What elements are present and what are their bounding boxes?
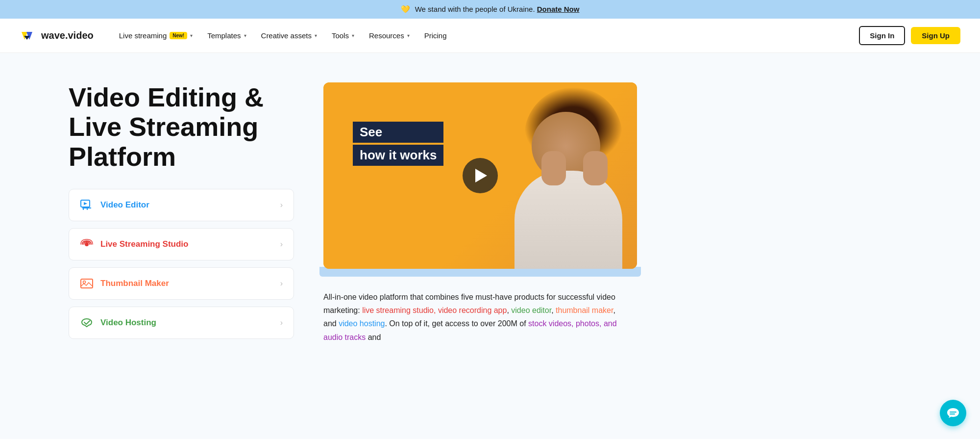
chat-icon	[946, 406, 960, 420]
nav-item-live-streaming[interactable]: Live streaming New! ▾	[113, 27, 198, 44]
nav-chevron-creative-assets: ▾	[315, 33, 317, 38]
hand-right	[541, 151, 566, 185]
see-how-badge: See how it works	[353, 122, 443, 166]
description-text: All-in-one video platform that combines …	[323, 290, 627, 344]
nav-item-pricing[interactable]: Pricing	[418, 27, 453, 44]
video-hosting-icon	[80, 316, 94, 330]
nav-item-resources[interactable]: Resources ▾	[363, 27, 416, 44]
badge-line-1: See	[353, 122, 443, 143]
nav-item-tools[interactable]: Tools ▾	[326, 27, 360, 44]
nav-label-resources: Resources	[369, 31, 404, 40]
feature-item-thumbnail-maker[interactable]: Thumbnail Maker ›	[69, 267, 294, 300]
desc-comma2: ,	[551, 306, 556, 314]
svg-rect-10	[81, 279, 93, 288]
nav-label-tools: Tools	[332, 31, 349, 40]
nav-label-live-streaming: Live streaming	[119, 31, 167, 40]
nav-chevron-live-streaming: ▾	[190, 33, 193, 38]
signin-button[interactable]: Sign In	[859, 26, 905, 45]
feature-chevron-video-hosting: ›	[280, 318, 283, 327]
logo[interactable]: wave.video	[20, 29, 94, 43]
nav-label-creative-assets: Creative assets	[261, 31, 312, 40]
video-section: See how it works	[323, 82, 637, 277]
nav-actions: Sign In Sign Up	[859, 26, 960, 45]
desc-outro: . On top of it, get access to over 200M …	[385, 319, 528, 328]
signup-button[interactable]: Sign Up	[911, 27, 960, 44]
feature-chevron-video-editor: ›	[280, 201, 283, 209]
nav-links: Live streaming New! ▾ Templates ▾ Creati…	[113, 27, 859, 44]
feature-list: Video Editor › Live Streaming Stud	[69, 189, 294, 339]
nav-badge-new: New!	[170, 32, 187, 39]
main-content: Video Editing & Live Streaming Platform	[0, 53, 980, 439]
hand-left	[583, 151, 608, 185]
feature-left-video-editor: Video Editor	[80, 198, 149, 212]
nav-item-templates[interactable]: Templates ▾	[201, 27, 252, 44]
nav-label-pricing: Pricing	[424, 31, 447, 40]
svg-point-11	[83, 281, 86, 284]
banner-text: We stand with the people of Ukraine.	[415, 5, 535, 13]
svg-marker-8	[84, 202, 87, 205]
desc-end: and	[366, 333, 381, 341]
feature-label-video-hosting: Video Hosting	[100, 318, 156, 328]
body-shape	[514, 171, 622, 269]
live-streaming-icon	[80, 237, 94, 251]
feature-left-video-hosting: Video Hosting	[80, 316, 156, 330]
desc-link-thumbnail[interactable]: thumbnail maker	[556, 306, 613, 314]
thumbnail-maker-icon	[80, 277, 94, 290]
feature-chevron-live-streaming: ›	[280, 240, 283, 249]
feature-left-thumbnail-maker: Thumbnail Maker	[80, 277, 169, 290]
banner-emoji: 💛	[401, 5, 410, 13]
feature-label-thumbnail-maker: Thumbnail Maker	[100, 279, 169, 288]
hero-title: Video Editing & Live Streaming Platform	[69, 82, 294, 171]
feature-item-video-hosting[interactable]: Video Hosting ›	[69, 307, 294, 339]
nav-label-templates: Templates	[207, 31, 241, 40]
video-editor-icon	[80, 198, 94, 212]
logo-text: wave.video	[41, 30, 94, 41]
right-column: See how it works All-in-one video platfo…	[323, 82, 941, 344]
left-column: Video Editing & Live Streaming Platform	[69, 82, 294, 339]
donate-link[interactable]: Donate Now	[537, 5, 580, 13]
nav-chevron-resources: ▾	[407, 33, 410, 38]
nav-item-creative-assets[interactable]: Creative assets ▾	[255, 27, 323, 44]
desc-link-editor[interactable]: video editor	[511, 306, 551, 314]
feature-label-video-editor: Video Editor	[100, 200, 149, 210]
ukraine-banner: 💛 We stand with the people of Ukraine. D…	[0, 0, 980, 19]
nav-chevron-templates: ▾	[244, 33, 246, 38]
svg-point-9	[85, 242, 89, 246]
video-bg: See how it works	[323, 82, 637, 269]
logo-icon	[20, 29, 37, 43]
badge-line-2: how it works	[353, 145, 443, 166]
feature-left-live-streaming: Live Streaming Studio	[80, 237, 188, 251]
play-button[interactable]	[463, 158, 498, 193]
feature-item-live-streaming[interactable]: Live Streaming Studio ›	[69, 228, 294, 260]
main-nav: wave.video Live streaming New! ▾ Templat…	[0, 19, 980, 53]
play-triangle-icon	[475, 169, 487, 182]
feature-chevron-thumbnail-maker: ›	[280, 279, 283, 288]
desc-comma1: ,	[507, 306, 511, 314]
chat-bubble[interactable]	[940, 400, 966, 426]
feature-label-live-streaming: Live Streaming Studio	[100, 239, 188, 249]
feature-item-video-editor[interactable]: Video Editor ›	[69, 189, 294, 221]
nav-chevron-tools: ▾	[352, 33, 354, 38]
desc-link-streaming[interactable]: live streaming studio, video recording a…	[362, 306, 507, 314]
desc-link-hosting[interactable]: video hosting	[339, 319, 385, 328]
video-container: See how it works	[323, 82, 637, 269]
